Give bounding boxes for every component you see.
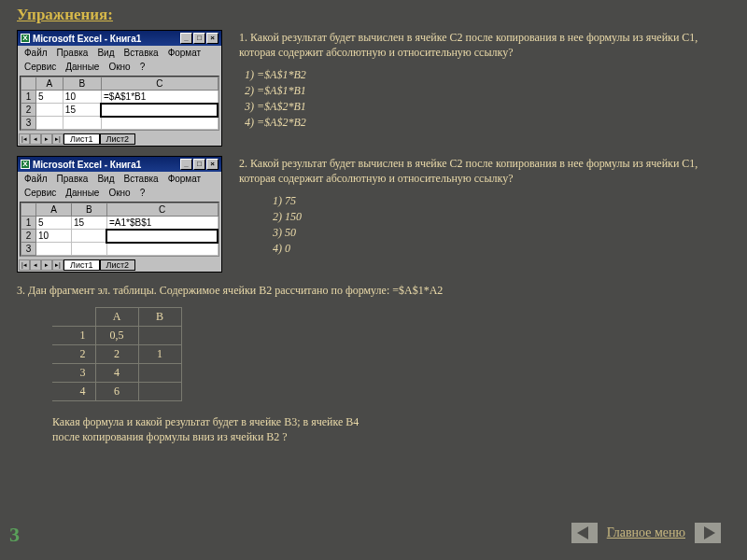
- menu-insert[interactable]: Вставка: [119, 173, 162, 185]
- menu-format[interactable]: Формат: [163, 47, 206, 59]
- answer-3: 3) 50: [273, 225, 706, 241]
- question-2-answers: 1) 75 2) 150 3) 50 4) 0: [267, 193, 706, 256]
- main-menu-link[interactable]: Главное меню: [607, 525, 685, 540]
- excel-icon: X: [21, 160, 30, 169]
- tab-nav-first[interactable]: |◂: [19, 259, 30, 271]
- fragment-table: AB 10,5 221 34 46: [52, 307, 182, 401]
- close-button[interactable]: ×: [206, 159, 218, 170]
- menu-edit[interactable]: Правка: [52, 173, 93, 185]
- question-1-answers: 1) =$A$1*B2 2) =$A$1*B1 3) =$A$2*B1 4) =…: [239, 67, 706, 130]
- answer-1: 1) 75: [273, 193, 706, 209]
- tab-nav-next[interactable]: ▸: [41, 259, 52, 271]
- question-1-block: 1. Какой результат будет вычислен в ячей…: [239, 30, 706, 131]
- exercise-2: X Microsoft Excel - Книга1 _ □ × Файл Пр…: [0, 150, 747, 276]
- sheet-tab-2[interactable]: Лист2: [100, 133, 136, 145]
- menu-help[interactable]: ?: [135, 187, 150, 199]
- sheet-tab-1[interactable]: Лист1: [63, 133, 100, 145]
- menu-view[interactable]: Вид: [92, 47, 119, 59]
- menu-service[interactable]: Сервис: [20, 187, 61, 199]
- menu-data[interactable]: Данные: [61, 187, 104, 199]
- tab-nav-last[interactable]: ▸|: [52, 259, 63, 271]
- answer-2: 2) =$A$1*B1: [245, 83, 706, 99]
- excel-window-2: X Microsoft Excel - Книга1 _ □ × Файл Пр…: [17, 156, 222, 273]
- menu-help[interactable]: ?: [135, 61, 150, 73]
- sheet-tabs: |◂ ◂ ▸ ▸| Лист1 Лист2: [18, 259, 221, 272]
- question-2-block: 2. Какой результат будет вычислен в ячей…: [239, 156, 706, 257]
- tab-nav-prev[interactable]: ◂: [30, 259, 41, 271]
- titlebar: X Microsoft Excel - Книга1 _ □ ×: [18, 157, 221, 172]
- tab-nav-first[interactable]: |◂: [19, 133, 30, 145]
- sheet-tab-1[interactable]: Лист1: [63, 259, 100, 271]
- page-title: Упражнения:: [0, 0, 747, 24]
- page-number: 3: [9, 523, 20, 547]
- menu-insert[interactable]: Вставка: [119, 47, 162, 59]
- menu-service[interactable]: Сервис: [20, 61, 61, 73]
- worksheet[interactable]: ABC 1510=$A$1*B1 215 3: [20, 76, 219, 131]
- menu-format[interactable]: Формат: [163, 173, 206, 185]
- tab-nav-last[interactable]: ▸|: [52, 133, 63, 145]
- question-3-followup: Какая формула и какой результат будет в …: [52, 414, 730, 444]
- menu-window[interactable]: Окно: [104, 61, 134, 73]
- sheet-tab-2[interactable]: Лист2: [100, 259, 136, 271]
- menu-data[interactable]: Данные: [61, 61, 104, 73]
- window-title: Microsoft Excel - Книга1: [33, 160, 180, 170]
- question-1-text: 1. Какой результат будет вычислен в ячей…: [239, 30, 706, 60]
- exercise-3: 3. Дан фрагмент эл. таблицы. Содержимое …: [0, 276, 747, 452]
- sheet-tabs: |◂ ◂ ▸ ▸| Лист1 Лист2: [18, 133, 221, 146]
- footer-nav: Главное меню: [571, 523, 721, 543]
- close-button[interactable]: ×: [206, 33, 218, 44]
- maximize-button[interactable]: □: [193, 33, 205, 44]
- menu-file[interactable]: Файл: [20, 173, 52, 185]
- menubar-row1: Файл Правка Вид Вставка Формат: [18, 172, 221, 186]
- window-title: Microsoft Excel - Книга1: [33, 34, 180, 44]
- prev-page-button[interactable]: [571, 523, 598, 543]
- minimize-button[interactable]: _: [180, 159, 192, 170]
- worksheet[interactable]: ABC 1515=A1*$B$1 210 3: [20, 202, 219, 257]
- maximize-button[interactable]: □: [193, 159, 205, 170]
- minimize-button[interactable]: _: [180, 33, 192, 44]
- excel-window-1: X Microsoft Excel - Книга1 _ □ × Файл Пр…: [17, 30, 222, 147]
- tab-nav-next[interactable]: ▸: [41, 133, 52, 145]
- answer-4: 4) 0: [273, 241, 706, 257]
- menu-file[interactable]: Файл: [20, 47, 52, 59]
- excel-icon: X: [21, 34, 30, 43]
- answer-4: 4) =$A$2*B2: [245, 115, 706, 131]
- menu-edit[interactable]: Правка: [52, 47, 93, 59]
- answer-3: 3) =$A$2*B1: [245, 99, 706, 115]
- menu-view[interactable]: Вид: [92, 173, 119, 185]
- question-2-text: 2. Какой результат будет вычислен в ячей…: [239, 156, 706, 186]
- menu-window[interactable]: Окно: [104, 187, 134, 199]
- answer-1: 1) =$A$1*B2: [245, 67, 706, 83]
- menubar-row1: Файл Правка Вид Вставка Формат: [18, 46, 221, 60]
- next-page-button[interactable]: [695, 523, 721, 543]
- answer-2: 2) 150: [273, 209, 706, 225]
- menubar-row2: Сервис Данные Окно ?: [18, 186, 221, 200]
- tab-nav-prev[interactable]: ◂: [30, 133, 41, 145]
- question-3-text: 3. Дан фрагмент эл. таблицы. Содержимое …: [17, 284, 730, 298]
- exercise-1: X Microsoft Excel - Книга1 _ □ × Файл Пр…: [0, 24, 747, 150]
- titlebar: X Microsoft Excel - Книга1 _ □ ×: [18, 31, 221, 46]
- menubar-row2: Сервис Данные Окно ?: [18, 60, 221, 74]
